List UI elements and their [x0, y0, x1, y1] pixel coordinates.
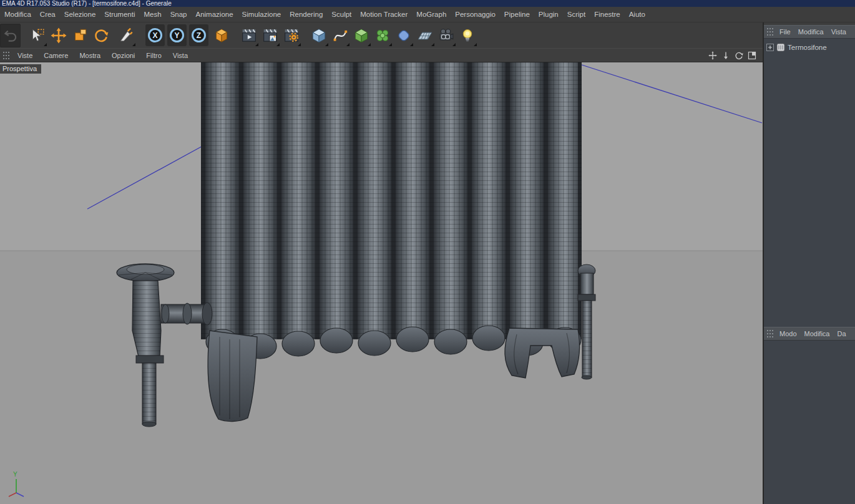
menu-item-aiuto[interactable]: Aiuto	[625, 11, 650, 18]
right-panel: File Modifica Vista Termosifone Modo Mod…	[763, 22, 855, 504]
simulation-icon	[396, 27, 412, 44]
menu-item-motion-tracker[interactable]: Motion Tracker	[356, 11, 412, 18]
cube-icon	[311, 27, 327, 44]
menu-item-snap[interactable]: Snap	[166, 11, 192, 18]
viewport-nav-controls	[708, 51, 763, 60]
viewport-menu-mostra[interactable]: Mostra	[74, 52, 106, 59]
undo-button[interactable]	[0, 24, 21, 47]
panel-grip-icon[interactable]	[2, 51, 10, 60]
lock-y-axis-button[interactable]: Y	[167, 24, 187, 46]
am-menu-modo[interactable]: Modo	[776, 330, 801, 337]
menu-item-animazione[interactable]: Animazione	[191, 11, 237, 18]
menu-item-personaggio[interactable]: Personaggio	[451, 11, 500, 18]
live-selection-button[interactable]	[27, 24, 48, 47]
render-picture-viewer-button[interactable]	[260, 24, 281, 47]
viewport-menu-filtro[interactable]: Filtro	[140, 52, 167, 59]
render-settings-button[interactable]	[281, 24, 302, 47]
light-icon	[459, 27, 476, 44]
menu-item-crea[interactable]: Crea	[36, 11, 60, 18]
render-gear-icon	[283, 27, 300, 44]
simulation-button[interactable]	[393, 24, 414, 47]
scale-tool-button[interactable]	[69, 24, 90, 47]
knife-icon	[118, 27, 134, 44]
selection-arrow-icon	[29, 27, 46, 44]
render-view-button[interactable]	[238, 24, 260, 47]
zoom-view-icon[interactable]	[721, 51, 730, 60]
mograph-button[interactable]	[372, 24, 393, 47]
object-label[interactable]: Termosifone	[788, 44, 827, 51]
panel-grip-icon[interactable]	[766, 329, 774, 338]
move-tool-button[interactable]	[48, 24, 69, 47]
window-title-bar[interactable]: EMA 4D R17.053 Studio (R17) - [termosifo…	[0, 0, 855, 7]
om-menu-vista[interactable]: Vista	[828, 28, 850, 36]
last-tool-button[interactable]	[115, 24, 137, 47]
am-menu-da[interactable]: Da	[834, 330, 850, 337]
object-manager-tree: Termosifone	[764, 39, 855, 327]
viewport-menu-viste[interactable]: Viste	[12, 52, 38, 59]
expand-icon[interactable]	[766, 44, 774, 51]
add-cube-object-button[interactable]	[308, 24, 330, 47]
coordinate-system-button[interactable]	[211, 24, 232, 47]
subdivision-cube-icon	[353, 27, 369, 44]
add-light-button[interactable]	[457, 24, 478, 47]
menu-item-strumenti[interactable]: Strumenti	[100, 11, 139, 18]
attribute-manager-body	[764, 341, 855, 504]
add-camera-button[interactable]	[436, 24, 457, 47]
menu-item-pipeline[interactable]: Pipeline	[500, 11, 534, 18]
main-toolbar: X Y Z	[0, 22, 763, 48]
object-row-termosifone[interactable]: Termosifone	[766, 41, 855, 54]
coordinate-cube-icon	[213, 27, 230, 44]
camera-icon	[438, 27, 454, 44]
menu-item-mograph[interactable]: MoGraph	[412, 11, 451, 18]
object-manager-header: File Modifica Vista	[764, 25, 855, 39]
viewport-menu-opzioni[interactable]: Opzioni	[106, 52, 140, 59]
viewport-perspective[interactable]: Prospettiva	[0, 62, 763, 504]
am-menu-modifica[interactable]: Modifica	[801, 330, 834, 337]
rotate-tool-button[interactable]	[90, 24, 112, 47]
menu-item-script[interactable]: Script	[563, 11, 590, 18]
menu-item-selezione[interactable]: Selezione	[60, 11, 100, 18]
rotate-view-icon[interactable]	[735, 51, 743, 60]
mograph-icon	[374, 27, 391, 44]
lock-z-axis-button[interactable]: Z	[189, 24, 208, 46]
main-menu-bar: Modifica Crea Selezione Strumenti Mesh S…	[0, 7, 855, 22]
rotate-icon	[93, 27, 109, 44]
floor-icon	[417, 27, 433, 44]
render-picture-icon	[262, 27, 278, 44]
scale-icon	[72, 27, 88, 44]
menu-item-rendering[interactable]: Rendering	[285, 11, 327, 18]
radiator-object-icon[interactable]	[776, 43, 785, 52]
radiator-wireframe-scene: Y	[0, 62, 763, 504]
menu-item-simulazione[interactable]: Simulazione	[238, 11, 286, 18]
om-menu-modifica[interactable]: Modifica	[794, 28, 828, 36]
attribute-manager-header: Modo Modifica Da	[764, 327, 855, 341]
maximize-view-icon[interactable]	[748, 51, 756, 60]
undo-icon	[2, 27, 19, 44]
lock-x-axis-button[interactable]: X	[145, 24, 165, 46]
viewport-menu-camere[interactable]: Camere	[38, 52, 74, 59]
x-axis-icon: X	[148, 28, 162, 42]
y-axis-icon: Y	[170, 28, 184, 42]
viewport-view-label[interactable]: Prospettiva	[0, 64, 41, 74]
menu-item-finestre[interactable]: Finestre	[590, 11, 625, 18]
add-spline-button[interactable]	[330, 24, 351, 47]
window-title: EMA 4D R17.053 Studio (R17) - [termosifo…	[2, 0, 172, 7]
pan-view-icon[interactable]	[708, 51, 717, 60]
move-icon	[51, 27, 67, 44]
add-generator-button[interactable]	[351, 24, 372, 47]
viewport-menu-vista[interactable]: Vista	[167, 52, 193, 59]
menu-item-sculpt[interactable]: Sculpt	[327, 11, 356, 18]
gizmo-y-label: Y	[13, 471, 17, 478]
spline-pen-icon	[332, 27, 348, 44]
z-axis-icon: Z	[192, 28, 206, 42]
render-clapper-icon	[241, 27, 257, 44]
om-menu-file[interactable]: File	[776, 28, 794, 36]
menu-item-modifica[interactable]: Modifica	[0, 11, 36, 18]
menu-item-mesh[interactable]: Mesh	[140, 11, 166, 18]
menu-item-plugin[interactable]: Plugin	[534, 11, 563, 18]
viewport-menu-bar: Viste Camere Mostra Opzioni Filtro Vista	[0, 48, 763, 62]
add-floor-button[interactable]	[414, 24, 436, 47]
panel-grip-icon[interactable]	[766, 27, 774, 36]
